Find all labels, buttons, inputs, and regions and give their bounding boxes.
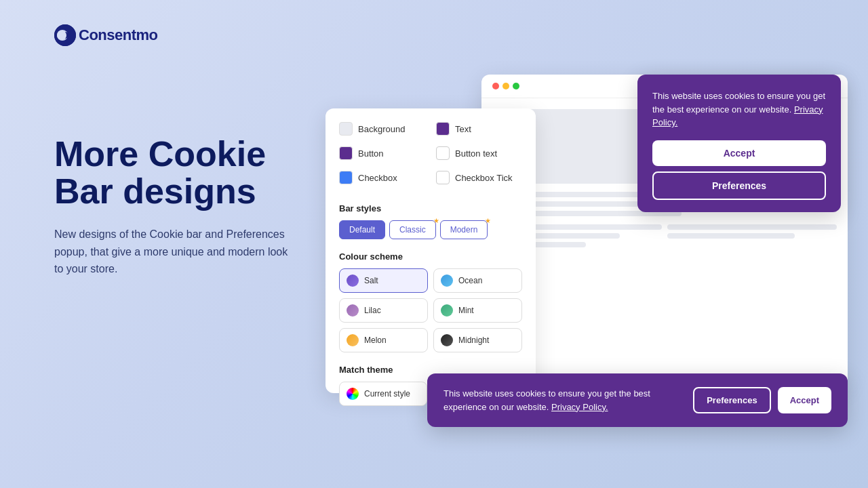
midnight-dot (441, 334, 453, 346)
logo-icon (54, 24, 76, 46)
cookie-bar-bottom: This website uses cookies to ensure you … (427, 373, 848, 427)
color-row-checkbox[interactable]: Checkbox (339, 171, 425, 184)
bar-styles-row: Default Classic ★ Modern ★ (339, 220, 522, 239)
scheme-mint[interactable]: Mint (433, 298, 522, 323)
lilac-dot (347, 304, 359, 317)
cookie-bar-text: This website uses cookies to ensure you … (443, 387, 682, 413)
checkbox-tick-label: Checkbox Tick (455, 173, 513, 183)
match-theme-btn[interactable]: Current style (339, 382, 427, 406)
tl-green (513, 83, 519, 89)
scheme-midnight[interactable]: Midnight (433, 328, 522, 352)
bar-styles-title: Bar styles (339, 203, 522, 214)
salt-dot (347, 274, 359, 287)
svg-point-0 (54, 24, 76, 46)
modern-star-badge: ★ (485, 217, 491, 224)
scheme-melon[interactable]: Melon (339, 328, 428, 352)
color-row-background[interactable]: Background (339, 122, 425, 136)
cookie-popup-text: This website uses cookies to ensure you … (652, 89, 826, 129)
scheme-ocean[interactable]: Ocean (433, 268, 522, 293)
button-text-swatch (436, 146, 450, 160)
tl-yellow (502, 83, 509, 89)
checkbox-label: Checkbox (358, 173, 397, 183)
hero-section: More Cookie Bar designs New designs of t… (54, 136, 339, 278)
colour-scheme-title: Colour scheme (339, 251, 522, 262)
checkbox-tick-swatch (436, 171, 450, 184)
button-label: Button (358, 148, 384, 159)
bar-buttons: Preferences Accept (693, 387, 831, 413)
color-row-text[interactable]: Text (436, 122, 522, 136)
content-line-8 (667, 233, 795, 239)
background-label: Background (358, 124, 405, 134)
melon-dot (347, 334, 359, 346)
classic-star-badge: ★ (433, 217, 439, 224)
rainbow-dot (347, 388, 359, 400)
color-row-button-text[interactable]: Button text (436, 146, 522, 160)
cookie-popup-top: This website uses cookies to ensure you … (637, 75, 841, 212)
color-row-checkbox-tick[interactable]: Checkbox Tick (436, 171, 522, 184)
settings-panel: Background Text Button Button text Check… (326, 108, 536, 393)
scheme-grid: Salt Ocean Lilac Mint Melon Midnight (339, 268, 522, 352)
bar-accept-button[interactable]: Accept (778, 387, 831, 413)
background-swatch (339, 122, 353, 136)
content-row (492, 224, 837, 247)
ocean-dot (441, 274, 453, 287)
button-swatch (339, 146, 353, 160)
svg-point-2 (62, 32, 68, 39)
traffic-lights (492, 83, 519, 89)
button-text-label: Button text (455, 148, 497, 159)
text-swatch (436, 122, 450, 136)
content-line-7 (667, 224, 837, 230)
style-btn-default[interactable]: Default (339, 220, 385, 239)
scheme-salt[interactable]: Salt (339, 268, 428, 293)
scheme-lilac[interactable]: Lilac (339, 298, 428, 323)
cookie-bar-privacy-link[interactable]: Privacy Policy. (551, 402, 608, 412)
cookie-preferences-button[interactable]: Preferences (652, 171, 826, 200)
checkbox-swatch (339, 171, 353, 184)
text-label: Text (455, 124, 471, 134)
bar-preferences-button[interactable]: Preferences (693, 387, 770, 413)
color-row-button[interactable]: Button (339, 146, 425, 160)
hero-subtext: New designs of the Cookie bar and Prefer… (54, 226, 298, 278)
content-col-right (667, 224, 837, 247)
style-btn-classic[interactable]: Classic ★ (389, 220, 436, 239)
logo: Consentmo (54, 24, 158, 46)
logo-text: Consentmo (79, 26, 158, 44)
tl-red (492, 83, 499, 89)
svg-point-1 (57, 30, 68, 41)
style-btn-modern[interactable]: Modern ★ (440, 220, 488, 239)
right-panel: Background Text Button Button text Check… (326, 75, 854, 441)
main-heading: More Cookie Bar designs (54, 136, 339, 209)
cookie-accept-button[interactable]: Accept (652, 140, 826, 166)
color-swatches-grid: Background Text Button Button text Check… (339, 122, 522, 191)
mint-dot (441, 304, 453, 317)
